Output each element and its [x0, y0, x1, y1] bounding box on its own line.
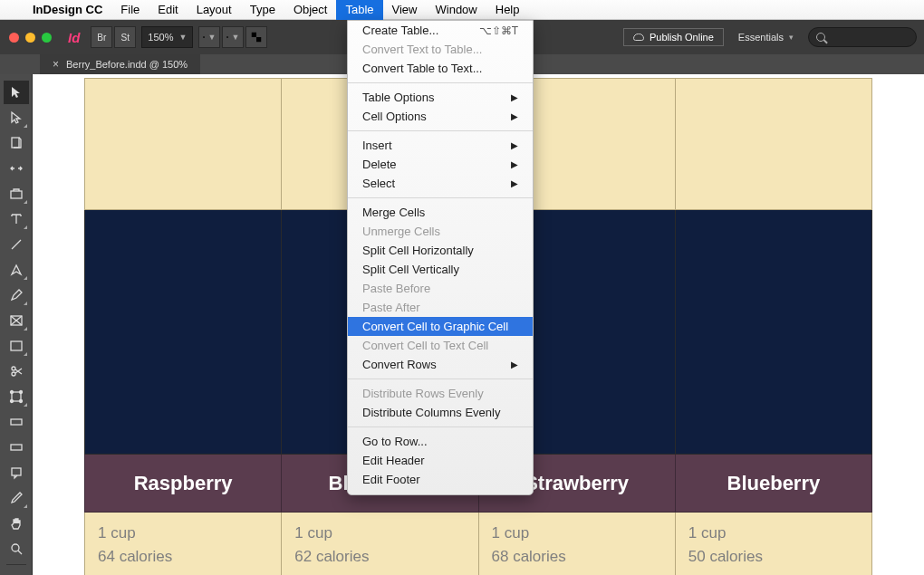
menu-item-label: Convert Cell to Text Cell — [362, 339, 488, 352]
close-icon[interactable]: × — [53, 58, 59, 71]
menu-item[interactable]: Delete▶ — [348, 155, 533, 174]
table-cell[interactable]: 1 cup50 calories — [675, 513, 871, 576]
menu-edit[interactable]: Edit — [149, 0, 187, 20]
menu-item[interactable]: Split Cell Vertically — [348, 260, 533, 279]
svg-line-6 — [12, 240, 21, 249]
menu-item[interactable]: Convert Table to Text... — [348, 59, 533, 78]
menu-separator — [348, 379, 533, 379]
menu-view[interactable]: View — [383, 0, 427, 20]
workspace-switcher[interactable]: Essentials ▾ — [729, 32, 803, 43]
submenu-arrow-icon: ▶ — [511, 92, 518, 102]
page-tool[interactable] — [4, 131, 29, 155]
menu-window[interactable]: Window — [427, 0, 486, 20]
gradient-swatch-tool[interactable] — [4, 410, 29, 434]
direct-selection-tool[interactable] — [4, 106, 29, 129]
publish-label: Publish Online — [650, 32, 714, 43]
app-name[interactable]: InDesign CC — [24, 3, 111, 16]
rectangle-frame-tool[interactable] — [4, 309, 29, 332]
svg-rect-19 — [11, 445, 22, 450]
gradient-feather-tool[interactable] — [4, 436, 29, 459]
menu-item[interactable]: Merge Cells — [348, 203, 533, 222]
search-icon — [816, 33, 825, 42]
menu-item[interactable]: Create Table...⌥⇧⌘T — [348, 21, 533, 40]
menu-item[interactable]: Go to Row... — [348, 432, 533, 451]
eyedropper-tool[interactable] — [4, 486, 29, 510]
search-input[interactable] — [808, 27, 917, 47]
menu-item[interactable]: Distribute Columns Evenly — [348, 403, 533, 422]
menu-separator — [348, 130, 533, 131]
svg-rect-18 — [11, 419, 22, 425]
svg-rect-10 — [11, 341, 22, 350]
svg-rect-5 — [11, 191, 22, 198]
content-collector-tool[interactable] — [4, 182, 29, 206]
zoom-level-select[interactable]: 150% ▼ — [141, 26, 193, 48]
menu-item-label: Create Table... — [362, 24, 438, 37]
menu-item[interactable]: Edit Footer — [348, 470, 533, 489]
svg-line-22 — [18, 551, 22, 554]
stock-button[interactable]: St — [114, 26, 136, 48]
selection-tool[interactable] — [4, 81, 29, 104]
menu-item[interactable]: Select▶ — [348, 174, 533, 193]
table-cell[interactable]: 1 cup64 calories — [85, 513, 282, 576]
type-tool[interactable] — [4, 207, 29, 231]
chevron-down-icon: ▼ — [207, 33, 216, 42]
menu-type[interactable]: Type — [241, 0, 284, 20]
menu-table[interactable]: Table — [336, 0, 382, 20]
submenu-arrow-icon: ▶ — [511, 111, 518, 121]
svg-point-14 — [10, 391, 13, 394]
hand-tool[interactable] — [4, 512, 29, 535]
menu-item[interactable]: Edit Header — [348, 451, 533, 470]
menu-item-label: Convert Table to Text... — [362, 62, 482, 75]
arrange-button[interactable] — [245, 26, 267, 48]
menu-item-label: Delete — [362, 158, 397, 171]
note-tool[interactable] — [4, 461, 29, 484]
free-transform-tool[interactable] — [4, 385, 29, 408]
menu-item[interactable]: Insert▶ — [348, 136, 533, 155]
svg-point-17 — [19, 400, 22, 403]
svg-rect-4 — [12, 138, 19, 148]
menu-item[interactable]: Convert Cell to Graphic Cell — [348, 317, 533, 336]
maximize-window-icon[interactable] — [42, 33, 52, 43]
publish-online-button[interactable]: Publish Online — [623, 28, 724, 46]
menu-item-label: Paste After — [362, 301, 420, 314]
minimize-window-icon[interactable] — [25, 33, 35, 43]
menu-item[interactable]: Cell Options▶ — [348, 107, 533, 126]
table-header-cell[interactable]: Blueberry — [675, 455, 871, 513]
view-options-button[interactable]: ▼ — [198, 26, 220, 48]
menu-item[interactable]: Table Options▶ — [348, 88, 533, 107]
menu-item-label: Edit Footer — [362, 473, 420, 486]
menu-separator — [348, 82, 533, 83]
close-window-icon[interactable] — [9, 33, 19, 43]
zoom-tool[interactable] — [4, 537, 29, 561]
menu-item[interactable]: Split Cell Horizontally — [348, 241, 533, 260]
submenu-arrow-icon: ▶ — [511, 140, 518, 150]
menu-file[interactable]: File — [111, 0, 149, 20]
indesign-logo-icon: Id — [63, 30, 85, 45]
pen-tool[interactable] — [4, 258, 29, 282]
table-row[interactable]: 1 cup64 calories 1 cup62 calories 1 cup6… — [85, 513, 872, 576]
screen-mode-button[interactable]: ▼ — [222, 26, 244, 48]
table-cell[interactable]: 1 cup62 calories — [282, 513, 478, 576]
submenu-arrow-icon: ▶ — [511, 159, 518, 169]
bridge-button[interactable]: Br — [91, 26, 112, 48]
scissors-tool[interactable] — [4, 359, 29, 383]
table-cell[interactable]: 1 cup68 calories — [478, 513, 675, 576]
menu-layout[interactable]: Layout — [188, 0, 241, 20]
menu-item[interactable]: Convert Rows▶ — [348, 355, 533, 374]
pencil-tool[interactable] — [4, 283, 29, 307]
menu-item: Unmerge Cells — [348, 222, 533, 241]
table-header-cell[interactable]: Raspberry — [85, 455, 282, 513]
tools-panel — [0, 74, 33, 575]
menu-item: Distribute Rows Evenly — [348, 384, 533, 403]
document-tab[interactable]: × Berry_Before.indd @ 150% — [40, 54, 200, 74]
svg-point-11 — [12, 367, 15, 370]
menu-object[interactable]: Object — [284, 0, 337, 20]
menu-help[interactable]: Help — [486, 0, 529, 20]
menu-item-label: Edit Header — [362, 454, 425, 467]
rectangle-tool[interactable] — [4, 334, 29, 358]
table-menu-dropdown[interactable]: Create Table...⌥⇧⌘TConvert Text to Table… — [347, 20, 534, 495]
window-controls[interactable] — [7, 33, 57, 43]
menu-item-label: Convert Text to Table... — [362, 43, 482, 56]
line-tool[interactable] — [4, 233, 29, 256]
gap-tool[interactable] — [4, 157, 29, 180]
